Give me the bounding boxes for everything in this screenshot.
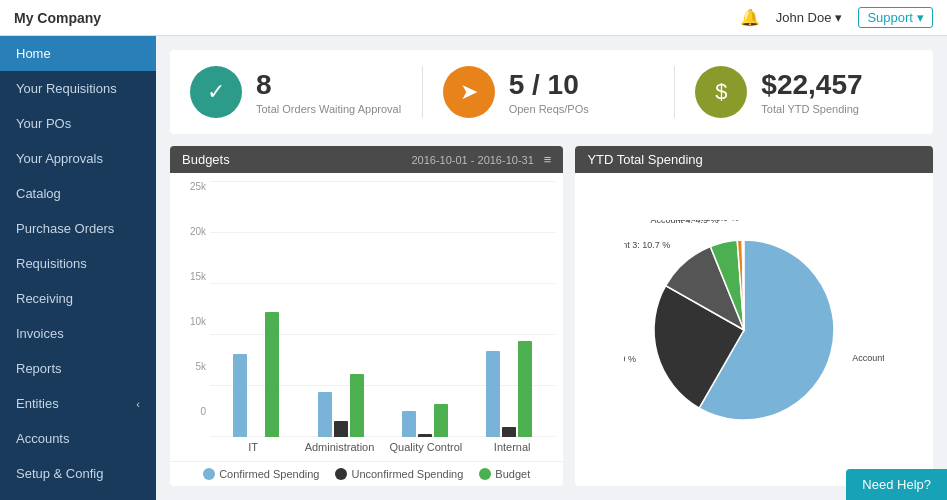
bar-group: [402, 404, 448, 437]
sidebar-item-purchase-orders[interactable]: Purchase Orders: [0, 211, 156, 246]
user-caret: ▾: [835, 10, 842, 25]
pie-svg: Account 1: 58.3 %Account 2: 24.9 %Accoun…: [624, 220, 884, 440]
bar-chart-area: 25k20k15k10k5k0 ITAdministrationQuality …: [178, 181, 555, 453]
sidebar-label: Your Approvals: [16, 151, 103, 166]
legend-dot: [479, 468, 491, 480]
legend-dot: [335, 468, 347, 480]
topbar: My Company 🔔 John Doe ▾ Support ▾: [0, 0, 947, 36]
grid-line: [210, 283, 555, 284]
sidebar-item-setup-&-config[interactable]: Setup & Config: [0, 456, 156, 491]
stats-row: ✓ 8 Total Orders Waiting Approval ➤ 5 / …: [170, 50, 933, 134]
ytd-chart-title: YTD Total Spending: [587, 152, 702, 167]
confirmed-bar: [402, 411, 416, 437]
bell-icon[interactable]: 🔔: [740, 8, 760, 27]
bar-chart-inner: 25k20k15k10k5k0: [178, 181, 555, 437]
sidebar-item-catalog[interactable]: Catalog: [0, 176, 156, 211]
sidebar-item-accounts[interactable]: Accounts: [0, 421, 156, 456]
grid-line: [210, 181, 555, 182]
stat-info: 8 Total Orders Waiting Approval: [256, 69, 401, 115]
stat-number: 5 / 10: [509, 69, 589, 101]
stat-number: $22,457: [761, 69, 862, 101]
content-area: ✓ 8 Total Orders Waiting Approval ➤ 5 / …: [156, 36, 947, 500]
sidebar-item-your-pos[interactable]: Your POs: [0, 106, 156, 141]
sidebar-item-reports[interactable]: Reports: [0, 351, 156, 386]
x-axis: ITAdministrationQuality ControlInternal: [210, 437, 555, 453]
x-label: Administration: [296, 441, 382, 453]
sidebar-label: Accounts: [16, 431, 69, 446]
y-axis: 25k20k15k10k5k0: [178, 181, 210, 417]
unconfirmed-bar: [334, 421, 348, 437]
legend-dot: [203, 468, 215, 480]
y-label: 25k: [190, 181, 206, 192]
x-label: Quality Control: [383, 441, 469, 453]
stat-label: Open Reqs/POs: [509, 103, 589, 115]
sidebar: HomeYour RequisitionsYour POsYour Approv…: [0, 36, 156, 500]
y-label: 15k: [190, 271, 206, 282]
y-label: 20k: [190, 226, 206, 237]
unconfirmed-bar: [502, 427, 516, 437]
user-menu[interactable]: John Doe ▾: [776, 10, 843, 25]
budget-date-range: 2016-10-01 - 2016-10-31: [411, 154, 533, 166]
sidebar-label: Your POs: [16, 116, 71, 131]
bar-chart-legend: Confirmed SpendingUnconfirmed SpendingBu…: [170, 461, 563, 486]
sidebar-item-your-approvals[interactable]: Your Approvals: [0, 141, 156, 176]
stat-info: 5 / 10 Open Reqs/POs: [509, 69, 589, 115]
y-label: 5k: [195, 361, 206, 372]
sidebar-label: Setup & Config: [16, 466, 103, 481]
stat-icon: ➤: [443, 66, 495, 118]
ytd-chart: YTD Total Spending Account 1: 58.3 %Acco…: [575, 146, 933, 486]
sidebar-label: Catalog: [16, 186, 61, 201]
pie-label: Account 3: 10.7 %: [624, 240, 670, 250]
sidebar-label: Purchase Orders: [16, 221, 114, 236]
stat-icon: ✓: [190, 66, 242, 118]
stat-card: ✓ 8 Total Orders Waiting Approval: [190, 66, 408, 118]
legend-label: Budget: [495, 468, 530, 480]
ytd-chart-header: YTD Total Spending: [575, 146, 933, 173]
topbar-right: 🔔 John Doe ▾ Support ▾: [740, 7, 933, 28]
x-label: IT: [210, 441, 296, 453]
sidebar-label: Invoices: [16, 326, 64, 341]
sidebar-item-entities[interactable]: Entities‹: [0, 386, 156, 421]
support-caret: ▾: [917, 10, 924, 25]
budget-bar: [265, 312, 279, 437]
bar-group: [318, 374, 364, 437]
legend-item: Confirmed Spending: [203, 468, 319, 480]
stat-icon: $: [695, 66, 747, 118]
y-label: 0: [200, 406, 206, 417]
x-label: Internal: [469, 441, 555, 453]
sidebar-item-requisitions[interactable]: Requisitions: [0, 246, 156, 281]
confirmed-bar: [318, 392, 332, 437]
legend-label: Unconfirmed Spending: [351, 468, 463, 480]
user-name: John Doe: [776, 10, 832, 25]
budget-bar: [434, 404, 448, 437]
pie-container: Account 1: 58.3 %Account 2: 24.9 %Accoun…: [583, 181, 925, 478]
budget-chart-body: 25k20k15k10k5k0 ITAdministrationQuality …: [170, 173, 563, 461]
y-label: 10k: [190, 316, 206, 327]
company-name: My Company: [14, 10, 101, 26]
sidebar-item-your-requisitions[interactable]: Your Requisitions: [0, 71, 156, 106]
budget-bar: [350, 374, 364, 437]
stat-number: 8: [256, 69, 401, 101]
budget-bar: [518, 341, 532, 437]
bar-group: [486, 341, 532, 437]
bars-container: [214, 312, 551, 437]
stat-card: $ $22,457 Total YTD Spending: [674, 66, 913, 118]
support-menu[interactable]: Support ▾: [858, 7, 933, 28]
legend-item: Unconfirmed Spending: [335, 468, 463, 480]
sidebar-label: Receiving: [16, 291, 73, 306]
sidebar-item-home[interactable]: Home: [0, 36, 156, 71]
budget-chart: Budgets 2016-10-01 - 2016-10-31 ≡ 25k20k…: [170, 146, 563, 486]
stat-info: $22,457 Total YTD Spending: [761, 69, 862, 115]
pie-label: Account 2: 24.9 %: [624, 353, 636, 363]
grid-line: [210, 232, 555, 233]
sidebar-item-receiving[interactable]: Receiving: [0, 281, 156, 316]
legend-item: Budget: [479, 468, 530, 480]
stat-label: Total YTD Spending: [761, 103, 862, 115]
unconfirmed-bar: [418, 434, 432, 437]
main-layout: HomeYour RequisitionsYour POsYour Approv…: [0, 36, 947, 500]
sidebar-item-invoices[interactable]: Invoices: [0, 316, 156, 351]
sidebar-label: Reports: [16, 361, 62, 376]
chart-menu-icon[interactable]: ≡: [544, 152, 552, 167]
stat-label: Total Orders Waiting Approval: [256, 103, 401, 115]
need-help-button[interactable]: Need Help?: [846, 469, 947, 500]
